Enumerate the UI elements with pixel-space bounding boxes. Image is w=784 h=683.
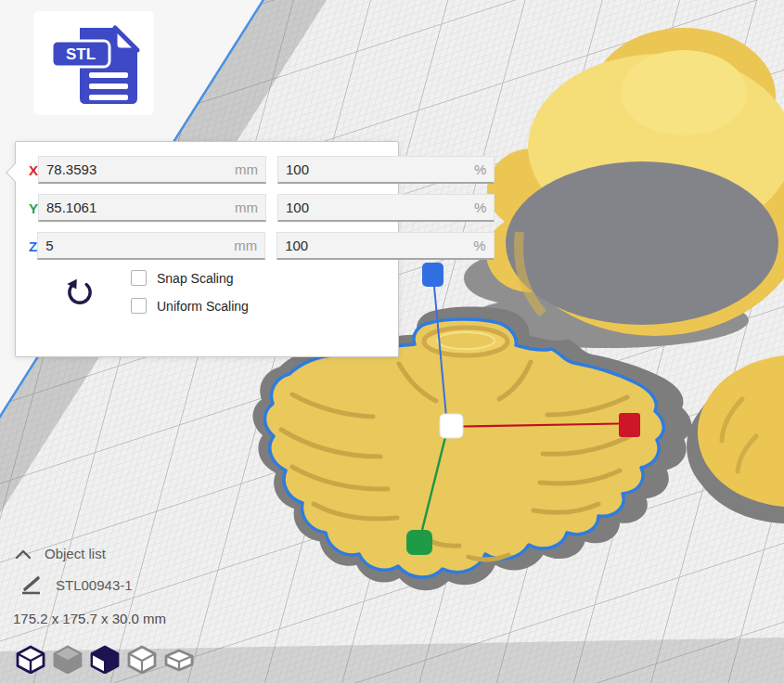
view-left-button[interactable] xyxy=(126,644,158,674)
scaling-options: Snap Scaling Uniform Scaling xyxy=(131,270,249,314)
scale-y-mm-input[interactable] xyxy=(46,200,231,215)
stl-file-badge: STL xyxy=(33,11,154,115)
snap-scaling-option: Snap Scaling xyxy=(131,270,249,286)
percent-unit-label: % xyxy=(474,200,486,215)
scale-row-z: Z mm % xyxy=(29,232,385,260)
scale-z-percent-field[interactable]: % xyxy=(276,232,494,260)
scale-x-mm-input[interactable] xyxy=(46,161,231,177)
object-list-item[interactable]: STL00943-1 xyxy=(20,573,133,596)
uniform-scaling-label: Uniform Scaling xyxy=(157,299,249,314)
cutter-opening xyxy=(506,161,778,325)
scale-center-handle[interactable] xyxy=(440,414,463,438)
snap-scaling-label: Snap Scaling xyxy=(157,271,234,286)
reset-scale-button[interactable] xyxy=(64,277,96,308)
partial-stamp-model[interactable] xyxy=(687,355,784,523)
object-list-header[interactable]: Object list xyxy=(15,546,106,561)
scale-y-mm-field[interactable]: mm xyxy=(38,194,266,222)
scale-x-handle[interactable] xyxy=(619,413,640,437)
uniform-scaling-checkbox[interactable] xyxy=(131,298,147,314)
object-list-title: Object list xyxy=(45,546,106,561)
camera-view-toolbar xyxy=(15,644,195,674)
scale-z-mm-field[interactable]: mm xyxy=(37,232,265,260)
stl-label: STL xyxy=(66,45,96,63)
mm-unit-label: mm xyxy=(235,161,258,177)
stl-file-icon: STL xyxy=(33,11,154,115)
snap-scaling-checkbox[interactable] xyxy=(131,270,147,286)
percent-unit-label: % xyxy=(473,238,485,253)
scale-tool-panel: X mm % Y mm % Z mm xyxy=(15,141,399,357)
view-top-button[interactable] xyxy=(89,644,121,674)
uniform-scaling-option: Uniform Scaling xyxy=(131,298,249,314)
axis-z-label: Z xyxy=(29,238,37,254)
mm-unit-label: mm xyxy=(234,238,257,253)
cookie-cutter-model[interactable] xyxy=(464,28,784,348)
scale-y-percent-field[interactable]: % xyxy=(277,194,495,222)
view-front-button[interactable] xyxy=(52,644,84,674)
scale-z-percent-input[interactable] xyxy=(285,238,469,253)
view-right-button[interactable] xyxy=(163,644,195,674)
scale-x-percent-input[interactable] xyxy=(286,161,470,177)
folded-corner xyxy=(115,28,137,50)
chevron-up-icon xyxy=(15,548,32,560)
axis-x-label: X xyxy=(29,162,38,178)
scale-row-y: Y mm % xyxy=(29,194,385,222)
axis-y-label: Y xyxy=(29,200,38,216)
scale-z-handle[interactable] xyxy=(422,263,443,287)
percent-unit-label: % xyxy=(474,161,486,177)
viewport: STL X mm % Y mm xyxy=(0,0,784,683)
model-dimensions-label: 175.2 x 175.7 x 30.0 mm xyxy=(13,611,166,626)
view-3d-button[interactable] xyxy=(15,644,46,674)
scale-x-percent-field[interactable]: % xyxy=(277,156,495,184)
scale-panel-footer: Snap Scaling Uniform Scaling xyxy=(29,270,385,314)
mm-unit-label: mm xyxy=(235,200,258,215)
scale-row-x: X mm % xyxy=(29,156,385,184)
scale-z-mm-input[interactable] xyxy=(45,238,230,253)
scale-x-mm-field[interactable]: mm xyxy=(38,156,266,184)
object-name: STL00943-1 xyxy=(56,577,133,593)
scale-y-percent-input[interactable] xyxy=(286,200,470,215)
object-on-plate-icon xyxy=(20,573,43,596)
scale-y-handle[interactable] xyxy=(406,530,432,555)
